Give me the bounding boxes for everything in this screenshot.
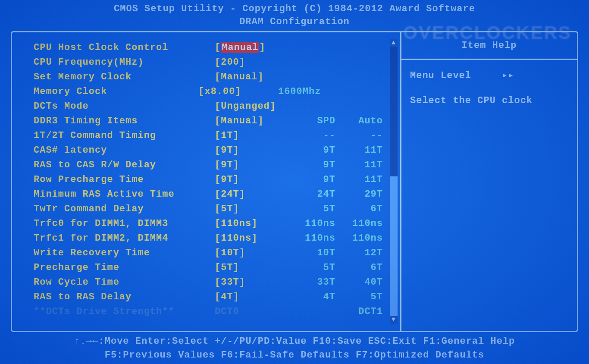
setting-row[interactable]: DCTs Mode[Unganged] xyxy=(34,99,396,113)
setting-row[interactable]: Trfc1 for DIMM2, DIMM4[110ns]110ns110ns xyxy=(34,231,396,245)
setting-label: Row Cycle Time xyxy=(34,277,215,288)
setting-auto: 6T xyxy=(335,204,383,214)
scrollbar[interactable]: ▲ ▼ xyxy=(390,39,398,324)
setting-value[interactable]: [9T] xyxy=(215,145,288,156)
footer-line2: F5:Previous Values F6:Fail-Safe Defaults… xyxy=(0,348,589,362)
setting-value[interactable]: [9T] xyxy=(215,160,288,170)
setting-spd: 24T xyxy=(288,189,335,200)
setting-label: Minimum RAS Active Time xyxy=(34,189,215,200)
setting-row[interactable]: CAS# latency[9T]9T11T xyxy=(34,143,396,157)
setting-auto: 12T xyxy=(335,248,383,258)
setting-value[interactable]: [x8.00] xyxy=(198,86,265,97)
setting-value[interactable]: [110ns] xyxy=(215,233,288,244)
menu-level-label: Menu Level xyxy=(410,70,471,81)
setting-value[interactable]: [200] xyxy=(215,57,288,68)
setting-value[interactable]: [9T] xyxy=(215,174,288,185)
setting-label: CAS# latency xyxy=(34,145,215,156)
help-pane: Item Help Menu Level ▸▸ Select the CPU c… xyxy=(400,32,577,331)
setting-row[interactable]: Write Recovery Time[10T]10T12T xyxy=(34,245,396,260)
setting-value[interactable]: [Unganged] xyxy=(215,101,288,112)
setting-auto: 29T xyxy=(335,189,383,200)
setting-auto: -- xyxy=(335,130,383,141)
setting-row[interactable]: DDR3 Timing Items[Manual]SPDAuto xyxy=(34,113,396,128)
setting-row[interactable]: RAS to CAS R/W Delay[9T]9T11T xyxy=(34,157,396,172)
setting-row: **DCTs Drive Strength**DCT0DCT1 xyxy=(34,304,396,319)
setting-spd: 5T xyxy=(288,262,335,273)
setting-row[interactable]: Row Precharge Time[9T]9T11T xyxy=(34,172,396,187)
settings-pane: CPU Host Clock Control[Manual]CPU Freque… xyxy=(12,32,400,331)
setting-label: DDR3 Timing Items xyxy=(34,116,215,126)
setting-label: TwTr Command Delay xyxy=(34,204,215,214)
setting-auto: 5T xyxy=(335,292,383,302)
setting-auto: Auto xyxy=(335,116,383,126)
setting-spd: 9T xyxy=(288,174,335,185)
setting-row[interactable]: Row Cycle Time[33T]33T40T xyxy=(34,275,396,289)
setting-row[interactable]: TwTr Command Delay[5T]5T6T xyxy=(34,201,396,216)
setting-value[interactable]: [1T] xyxy=(215,130,288,141)
setting-value: DCT0 xyxy=(215,306,288,317)
help-body-text: Select the CPU clock xyxy=(410,93,568,109)
setting-spd: 33T xyxy=(288,277,335,288)
menu-level-row: Menu Level ▸▸ xyxy=(410,68,568,84)
setting-auto: 11T xyxy=(335,145,383,156)
setting-value[interactable]: [24T] xyxy=(215,189,288,200)
setting-label: Memory Clock xyxy=(34,86,198,97)
setting-label: Trfc0 for DIMM1, DIMM3 xyxy=(34,218,215,229)
setting-label: Trfc1 for DIMM2, DIMM4 xyxy=(34,233,215,244)
setting-auto: 110ns xyxy=(335,233,383,244)
setting-spd: 9T xyxy=(288,145,335,156)
setting-value[interactable]: [Manual] xyxy=(215,72,288,82)
scroll-up-icon[interactable]: ▲ xyxy=(390,39,398,47)
setting-auto: 11T xyxy=(335,174,383,185)
setting-value[interactable]: [10T] xyxy=(215,248,288,258)
setting-label: DCTs Mode xyxy=(34,101,215,112)
setting-label: Write Recovery Time xyxy=(34,248,215,258)
setting-auto: 40T xyxy=(335,277,383,288)
setting-row[interactable]: CPU Frequency(MHz)[200] xyxy=(34,55,396,69)
help-title: Item Help xyxy=(410,40,568,51)
setting-auto: DCT1 xyxy=(335,306,383,317)
setting-spd: 10T xyxy=(288,248,335,258)
setting-spd: -- xyxy=(288,130,335,141)
setting-spd: 9T xyxy=(288,160,335,170)
setting-row[interactable]: Trfc0 for DIMM1, DIMM3[110ns]110ns110ns xyxy=(34,216,396,231)
setting-spd: 4T xyxy=(288,292,335,302)
setting-spd: 5T xyxy=(288,204,335,214)
setting-spd: 110ns xyxy=(288,218,335,229)
setting-label: RAS to CAS R/W Delay xyxy=(34,160,215,170)
setting-label: 1T/2T Command Timing xyxy=(34,130,215,141)
setting-row[interactable]: 1T/2T Command Timing[1T]---- xyxy=(34,128,396,143)
help-divider xyxy=(401,59,577,60)
scroll-down-icon[interactable]: ▼ xyxy=(390,316,398,324)
setting-row[interactable]: Minimum RAS Active Time[24T]24T29T xyxy=(34,187,396,201)
setting-row[interactable]: Memory Clock[x8.00]1600Mhz xyxy=(34,84,396,99)
footer-hints: ↑↓→←:Move Enter:Select +/-/PU/PD:Value F… xyxy=(0,335,589,362)
bios-title: CMOS Setup Utility - Copyright (C) 1984-… xyxy=(0,3,589,16)
setting-spd: 1600Mhz xyxy=(265,86,353,97)
setting-value[interactable]: [Manual] xyxy=(215,42,288,53)
setting-spd: SPD xyxy=(288,116,335,126)
setting-auto: 110ns xyxy=(335,218,383,229)
setting-label: RAS to RAS Delay xyxy=(34,292,215,302)
setting-label: Precharge Time xyxy=(34,262,215,273)
setting-value[interactable]: [5T] xyxy=(215,262,288,273)
setting-row[interactable]: Set Memory Clock[Manual] xyxy=(34,69,396,84)
menu-level-icon: ▸▸ xyxy=(502,70,514,81)
footer-line1: ↑↓→←:Move Enter:Select +/-/PU/PD:Value F… xyxy=(0,335,589,348)
setting-value[interactable]: [5T] xyxy=(215,204,288,214)
scroll-thumb[interactable] xyxy=(390,47,398,176)
setting-value[interactable]: [110ns] xyxy=(215,218,288,229)
setting-row[interactable]: RAS to RAS Delay[4T]4T5T xyxy=(34,289,396,304)
setting-row[interactable]: CPU Host Clock Control[Manual] xyxy=(34,40,396,55)
setting-value[interactable]: [Manual] xyxy=(215,116,288,126)
setting-value[interactable]: [4T] xyxy=(215,292,288,302)
setting-value[interactable]: [33T] xyxy=(215,277,288,288)
main-frame: CPU Host Clock Control[Manual]CPU Freque… xyxy=(11,31,578,332)
setting-label: CPU Frequency(MHz) xyxy=(34,57,215,68)
setting-label: CPU Host Clock Control xyxy=(34,42,215,53)
setting-label: **DCTs Drive Strength** xyxy=(34,306,215,317)
setting-spd: 110ns xyxy=(288,233,335,244)
setting-label: Set Memory Clock xyxy=(34,72,215,82)
setting-label: Row Precharge Time xyxy=(34,174,215,185)
setting-row[interactable]: Precharge Time[5T]5T6T xyxy=(34,260,396,275)
